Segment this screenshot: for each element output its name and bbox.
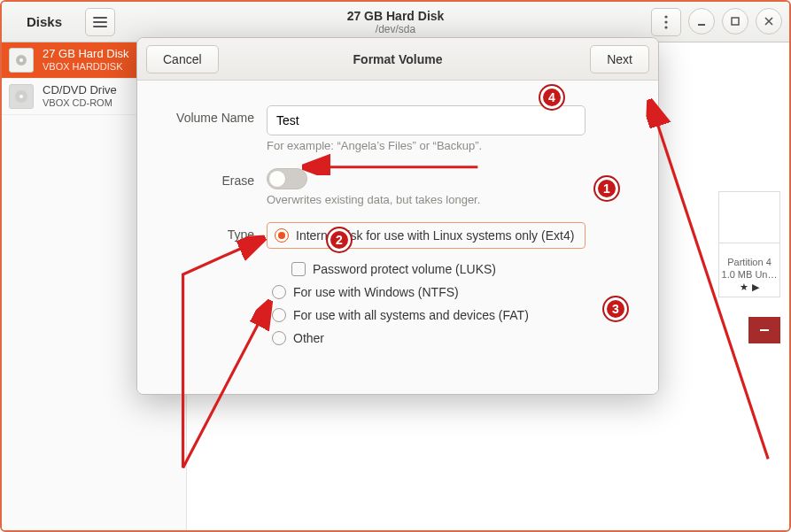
- type-fat-radio[interactable]: For use with all systems and devices (FA…: [267, 304, 639, 327]
- volume-name-input[interactable]: [267, 105, 585, 135]
- delete-partition-button[interactable]: [748, 317, 780, 343]
- drive-item-sublabel: VBOX HARDDISK: [43, 61, 129, 73]
- svg-rect-4: [732, 18, 739, 25]
- radio-icon: [275, 228, 289, 243]
- partition-strip: Partition 4 1.0 MB Un… ★ ▶: [718, 191, 780, 297]
- type-other-label: Other: [293, 331, 633, 345]
- svg-point-6: [19, 58, 23, 62]
- maximize-button[interactable]: [722, 8, 748, 35]
- drive-item-label: CD/DVD Drive: [43, 84, 117, 97]
- drive-menu-button[interactable]: [651, 8, 681, 36]
- partition-cell-empty[interactable]: [719, 192, 779, 243]
- volume-name-hint: For example: “Angela’s Files” or “Backup…: [267, 139, 639, 152]
- erase-hint: Overwrites existing data, but takes long…: [267, 193, 639, 206]
- erase-switch[interactable]: [267, 168, 307, 189]
- next-button[interactable]: Next: [590, 45, 649, 73]
- erase-label: Erase: [157, 168, 254, 188]
- checkbox-icon: [291, 262, 306, 276]
- svg-point-0: [664, 15, 667, 18]
- radio-icon: [272, 331, 286, 345]
- svg-rect-3: [698, 24, 705, 26]
- close-icon: [764, 16, 774, 27]
- volume-name-row: Volume Name For example: “Angela’s Files…: [157, 105, 639, 152]
- type-ntfs-label: For use with Windows (NTFS): [293, 285, 633, 299]
- type-label: Type: [157, 222, 254, 242]
- svg-point-1: [664, 20, 667, 23]
- hamburger-icon: [93, 16, 107, 28]
- type-fat-label: For use with all systems and devices (FA…: [293, 308, 633, 322]
- dialog-body: Volume Name For example: “Angela’s Files…: [137, 81, 658, 394]
- window-subtitle: /dev/sda: [376, 23, 415, 35]
- type-ntfs-radio[interactable]: For use with Windows (NTFS): [267, 281, 639, 304]
- type-luks-checkbox[interactable]: Password protect volume (LUKS): [267, 258, 639, 281]
- erase-row: Erase Overwrites existing data, but take…: [157, 168, 639, 206]
- partition-title: Partition 4: [727, 257, 772, 267]
- kebab-icon: [664, 15, 668, 29]
- type-ext4-label: Internal disk for use with Linux systems…: [296, 228, 578, 243]
- headerbar-right: [651, 8, 789, 36]
- radio-icon: [272, 308, 286, 322]
- svg-point-2: [664, 26, 667, 28]
- switch-knob: [268, 170, 286, 188]
- harddisk-icon: [9, 48, 34, 73]
- partition-icons: ★ ▶: [740, 281, 758, 293]
- cdrom-icon: [9, 84, 34, 109]
- partition-cell-4[interactable]: Partition 4 1.0 MB Un… ★ ▶: [719, 243, 779, 297]
- volume-name-label: Volume Name: [157, 105, 254, 125]
- cancel-button[interactable]: Cancel: [146, 45, 219, 73]
- hamburger-menu-button[interactable]: [85, 8, 115, 36]
- drive-item-sublabel: VBOX CD-ROM: [43, 97, 117, 109]
- partition-sub: 1.0 MB Un…: [722, 269, 778, 280]
- drive-item-label: 27 GB Hard Disk: [43, 48, 129, 61]
- svg-rect-9: [760, 329, 769, 331]
- type-luks-label: Password protect volume (LUKS): [313, 262, 633, 276]
- minimize-button[interactable]: [688, 8, 715, 35]
- app-title: Disks: [9, 14, 80, 29]
- format-volume-dialog: Cancel Format Volume Next Volume Name Fo…: [136, 37, 659, 395]
- minus-icon: [758, 324, 771, 336]
- radio-icon: [272, 285, 286, 299]
- type-ext4-radio[interactable]: Internal disk for use with Linux systems…: [269, 224, 583, 247]
- type-other-radio[interactable]: Other: [267, 327, 639, 350]
- maximize-icon: [730, 16, 741, 27]
- minimize-icon: [696, 16, 707, 27]
- close-button[interactable]: [756, 8, 782, 35]
- type-row: Type Internal disk for use with Linux sy…: [157, 222, 639, 350]
- type-ext4-group: Internal disk for use with Linux systems…: [267, 222, 585, 249]
- headerbar-left: Disks: [2, 8, 115, 36]
- window-title: 27 GB Hard Disk: [347, 9, 445, 23]
- svg-point-8: [19, 95, 23, 98]
- dialog-header: Cancel Format Volume Next: [137, 38, 658, 81]
